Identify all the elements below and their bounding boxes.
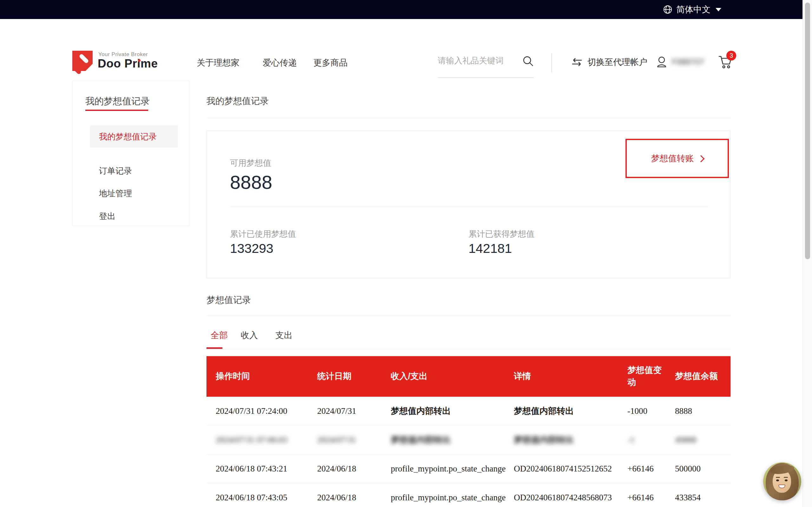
points-record-table: 操作时间 统计日期 收入/支出 详情 梦想值变动 梦想值余额 2024/07/3…	[206, 356, 730, 507]
search-icon[interactable]	[523, 56, 534, 66]
cart-badge: 3	[726, 51, 736, 60]
user-icon	[656, 56, 667, 68]
tab-income[interactable]: 收入	[241, 330, 258, 341]
site-header: Your Private Broker Doo Prime 关于理想家 爱心传递…	[0, 19, 803, 66]
cell-stat-date: 2024/07/31	[317, 435, 391, 445]
cell-stat-date: 2024/07/31	[317, 406, 391, 416]
search-box	[438, 53, 534, 78]
brand-logo[interactable]: Your Private Broker Doo Prime	[72, 51, 167, 73]
sidebar-item-address-mgmt[interactable]: 地址管理	[90, 182, 178, 205]
cell-points-balance: 433854	[675, 493, 730, 503]
col-header-detail: 详情	[514, 371, 627, 383]
col-header-points-change: 梦想值变动	[627, 364, 675, 389]
table-row-blurred: 2024/07/31 07:06:03 2024/07/31 梦想值内部转出 梦…	[206, 426, 730, 454]
top-bar: 简体中文	[0, 0, 803, 19]
cell-points-change: -1	[627, 435, 675, 445]
table-row: 2024/07/31 07:24:00 2024/07/31 梦想值内部转出 梦…	[206, 397, 730, 426]
globe-icon	[663, 5, 672, 14]
sidebar-item-order-history[interactable]: 订单记录	[90, 160, 178, 182]
nav-item-charity[interactable]: 爱心传递	[263, 57, 297, 68]
logo-brand-text: Doo Prime	[98, 57, 158, 70]
col-header-points-balance: 梦想值余额	[675, 371, 730, 383]
card-divider	[230, 206, 708, 207]
records-section-title: 梦想值记录	[206, 294, 251, 306]
logo-tagline: Your Private Broker	[98, 51, 148, 58]
scrollbar-thumb[interactable]	[805, 3, 810, 259]
sidebar-item-my-dream-points[interactable]: 我的梦想值记录	[90, 125, 178, 148]
nav-item-about[interactable]: 关于理想家	[197, 57, 240, 68]
cell-income-expense: 梦想值内部转出	[391, 434, 514, 446]
header-divider	[551, 53, 552, 72]
username-masked: F988707	[672, 57, 705, 67]
earned-points-value: 142181	[468, 241, 512, 256]
user-account[interactable]: F988707	[656, 56, 705, 68]
sidebar-title-underline	[85, 110, 148, 111]
cell-detail: OD20240618074248568073	[514, 493, 627, 503]
cell-operation-time: 2024/07/31 07:06:03	[216, 435, 317, 445]
cell-detail: OD20240618074152512652	[514, 464, 627, 474]
records-divider	[206, 315, 730, 316]
cell-points-change: -1000	[627, 406, 675, 416]
language-label: 简体中文	[676, 4, 711, 15]
cell-income-expense: profile_mypoint.po_state_change	[391, 493, 514, 503]
tab-all[interactable]: 全部	[211, 330, 228, 341]
cell-operation-time: 2024/06/18 07:43:21	[216, 464, 317, 474]
cell-points-balance: 49888	[675, 435, 730, 445]
cell-points-change: +66146	[627, 493, 675, 503]
earned-points-label: 累计已获得梦想值	[468, 228, 535, 239]
cell-operation-time: 2024/07/31 07:24:00	[216, 406, 317, 416]
tabs-divider	[206, 349, 730, 349]
caret-down-icon	[716, 8, 721, 11]
chevron-right-icon	[697, 155, 705, 163]
col-header-stat-date: 统计日期	[317, 371, 391, 383]
cell-detail: 梦想值内部转出	[514, 405, 627, 417]
table-header-row: 操作时间 统计日期 收入/支出 详情 梦想值变动 梦想值余额	[206, 356, 730, 397]
scrollbar-track[interactable]	[803, 0, 812, 507]
cell-points-balance: 8888	[675, 406, 730, 416]
switch-account-button[interactable]: 切换至代理帐户	[571, 56, 647, 68]
col-header-operation-time: 操作时间	[216, 371, 317, 383]
chat-widget-avatar[interactable]	[763, 462, 801, 500]
language-selector[interactable]: 简体中文	[663, 0, 721, 19]
cell-operation-time: 2024/06/18 07:43:05	[216, 493, 317, 503]
tab-expense[interactable]: 支出	[275, 330, 293, 341]
active-tab-underline	[206, 347, 222, 349]
col-header-income-expense: 收入/支出	[391, 371, 514, 383]
page-title: 我的梦想值记录	[206, 95, 269, 107]
nav-item-products[interactable]: 更多商品	[313, 57, 348, 68]
search-underline	[438, 77, 534, 78]
switch-account-label: 切换至代理帐户	[588, 56, 647, 68]
table-row: 2024/06/18 07:43:21 2024/06/18 profile_m…	[206, 454, 730, 483]
logo-i-dot	[138, 59, 141, 62]
used-points-label: 累计已使用梦想值	[230, 228, 296, 239]
table-row: 2024/06/18 07:43:05 2024/06/18 profile_m…	[206, 483, 730, 507]
cell-points-balance: 500000	[675, 464, 730, 474]
cell-income-expense: 梦想值内部转出	[391, 405, 514, 417]
transfer-points-label: 梦想值转账	[651, 153, 694, 164]
cell-points-change: +66146	[627, 464, 675, 474]
cell-stat-date: 2024/06/18	[317, 464, 391, 474]
cart-button[interactable]: 3	[717, 54, 737, 72]
sidebar-item-logout[interactable]: 登出	[90, 205, 178, 227]
points-summary-card: 可用梦想值 8888 梦想值转账 累计已使用梦想值 133293 累计已获得梦想…	[206, 130, 730, 278]
sidebar-title: 我的梦想值记录	[85, 95, 150, 108]
used-points-value: 133293	[230, 241, 273, 256]
swap-icon	[571, 58, 583, 66]
cell-income-expense: profile_mypoint.po_state_change	[391, 464, 514, 474]
sidebar: 我的梦想值记录 我的梦想值记录 订单记录 地址管理 登出	[72, 81, 190, 226]
available-points-value: 8888	[230, 171, 272, 193]
search-input[interactable]	[438, 56, 519, 66]
cell-stat-date: 2024/06/18	[317, 493, 391, 503]
transfer-points-button[interactable]: 梦想值转账	[625, 139, 729, 178]
available-points-label: 可用梦想值	[230, 158, 271, 169]
cell-detail: 梦想值内部转出	[514, 434, 627, 446]
